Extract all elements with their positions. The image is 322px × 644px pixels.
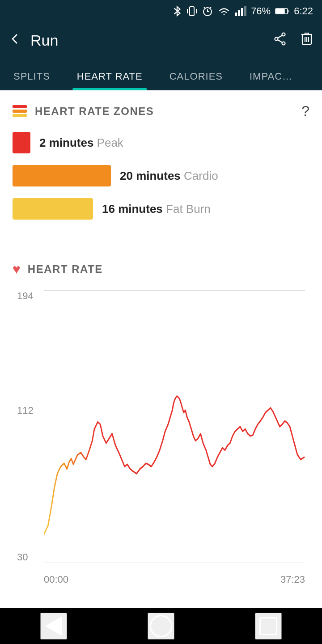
x-label-end: 37:23 xyxy=(280,574,305,585)
svg-rect-11 xyxy=(276,9,284,13)
share-button[interactable] xyxy=(273,32,287,49)
header-left: Run xyxy=(9,32,58,49)
zone-cardio: 20 minutes Cardio xyxy=(13,165,309,186)
battery-percent: 76% xyxy=(251,5,271,17)
svg-rect-8 xyxy=(241,8,243,16)
peak-bar xyxy=(13,132,30,153)
tab-calories[interactable]: CALORIES xyxy=(156,71,236,90)
hr-title-row: ♥ HEART RATE xyxy=(13,262,309,277)
zones-section-title: HEART RATE ZONES xyxy=(35,105,154,118)
stacked-bars-icon xyxy=(13,105,27,117)
hr-chart-svg xyxy=(44,290,305,563)
heart-rate-chart-section: ♥ HEART RATE 194 112 30 xyxy=(0,249,322,590)
clock-time: 6:22 xyxy=(294,5,313,17)
back-button[interactable] xyxy=(9,33,21,48)
bluetooth-icon xyxy=(172,5,182,17)
svg-rect-7 xyxy=(238,10,240,16)
svg-point-12 xyxy=(282,33,285,36)
tab-heart-rate[interactable]: HEART RATE xyxy=(64,71,156,90)
wifi-icon xyxy=(218,6,230,16)
zone-fatburn: 16 minutes Fat Burn xyxy=(13,198,309,220)
heart-rate-chart: 194 112 30 xyxy=(13,286,309,590)
svg-rect-6 xyxy=(235,13,237,16)
nav-home-button[interactable] xyxy=(148,613,174,640)
signal-icon xyxy=(235,6,246,16)
vibrate-icon xyxy=(186,5,197,17)
back-triangle-icon xyxy=(45,616,62,636)
zone-peak: 2 minutes Peak xyxy=(13,132,309,153)
peak-label: 2 minutes Peak xyxy=(39,136,123,150)
battery-icon xyxy=(275,7,289,15)
section-header: HEART RATE ZONES ? xyxy=(13,103,309,119)
cardio-bar xyxy=(13,165,111,186)
heart-rate-zones-section: HEART RATE ZONES ? 2 minutes Peak 20 min… xyxy=(0,90,322,244)
x-label-start: 00:00 xyxy=(44,574,68,585)
y-label-bottom: 30 xyxy=(17,551,28,563)
help-icon[interactable]: ? xyxy=(301,103,309,119)
nav-recents-button[interactable] xyxy=(255,613,282,640)
svg-line-4 xyxy=(204,7,206,8)
page-title: Run xyxy=(30,32,58,49)
alarm-icon xyxy=(202,5,213,17)
svg-rect-9 xyxy=(244,6,246,16)
heart-icon: ♥ xyxy=(13,262,21,277)
tab-bar: SPLITS HEART RATE CALORIES IMPAC… xyxy=(0,58,322,90)
delete-button[interactable] xyxy=(301,31,313,50)
tab-impact[interactable]: IMPAC… xyxy=(236,71,306,90)
svg-point-13 xyxy=(275,37,278,40)
section-title-row: HEART RATE ZONES xyxy=(13,105,154,118)
fatburn-bar xyxy=(13,198,93,220)
status-bar: 76% 6:22 xyxy=(0,0,322,22)
x-labels: 00:00 37:23 xyxy=(44,574,305,585)
svg-rect-0 xyxy=(190,7,194,16)
svg-line-16 xyxy=(278,40,282,42)
header-right xyxy=(273,31,313,50)
nav-back-button[interactable] xyxy=(40,613,67,640)
tab-splits[interactable]: SPLITS xyxy=(0,71,64,90)
bottom-nav xyxy=(0,608,322,644)
home-circle-icon xyxy=(150,615,172,637)
hr-section-title: HEART RATE xyxy=(28,263,103,275)
app-header: Run xyxy=(0,22,322,58)
svg-line-15 xyxy=(278,35,282,38)
svg-line-5 xyxy=(209,7,211,8)
svg-point-14 xyxy=(282,42,285,45)
recents-square-icon xyxy=(259,617,277,635)
chart-area: 194 112 30 xyxy=(44,290,305,563)
status-icons: 76% 6:22 xyxy=(172,5,313,17)
y-label-mid: 112 xyxy=(17,405,34,416)
y-label-top: 194 xyxy=(17,290,34,302)
fatburn-label: 16 minutes Fat Burn xyxy=(102,202,211,216)
cardio-label: 20 minutes Cardio xyxy=(120,169,218,183)
